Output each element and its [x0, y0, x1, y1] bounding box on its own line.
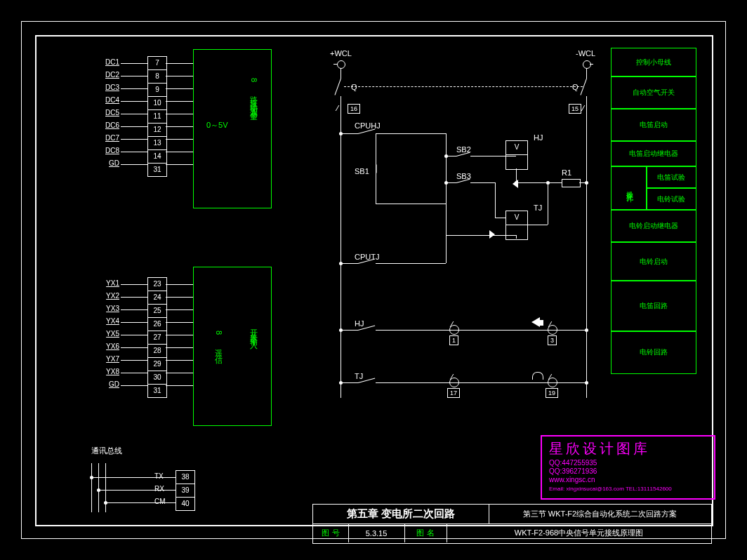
dc-pin: 14 [148, 150, 166, 164]
yx-label: YX4 [91, 317, 119, 325]
box15: 15 [569, 104, 581, 114]
dc-pin: 10 [148, 97, 166, 110]
comm-pin: 38 [176, 471, 194, 484]
legend-item: 电笛启动 [611, 108, 696, 142]
pos-bus-label: +WCL [330, 49, 352, 58]
neg-bus-label: -WCL [576, 49, 595, 58]
watermark-url: www.xingsc.cn [549, 476, 595, 484]
yx-label: YX3 [91, 305, 119, 312]
tj-contact: TJ [355, 372, 363, 380]
q-left: Q [351, 83, 357, 91]
block1-left-label: 0～5V [206, 120, 228, 131]
comm-label: TX [154, 472, 164, 480]
block2-right-label: 开关量输入 [249, 324, 259, 338]
yx-pin: 27 [148, 331, 166, 345]
hj-label: HJ [534, 133, 543, 142]
watermark-qq2: QQ:396271936 [549, 467, 597, 475]
yx-pin: 23 [148, 278, 166, 291]
section-title: 第三节 WKT-F2综合自动化系统二次回路方案 [489, 505, 711, 524]
yx-label: YX2 [91, 292, 119, 300]
dc-pin: 7 [148, 57, 166, 70]
comm-pin: 40 [176, 498, 194, 510]
q-right: Q [572, 83, 579, 91]
block-switch-input: 8 遥 信 开关量输入 [193, 267, 272, 426]
legend-item: 电笛回路 [611, 280, 696, 332]
yx-pin: 30 [148, 371, 166, 385]
dc-label: DC4 [91, 96, 119, 104]
dc-pin: 8 [148, 70, 166, 84]
title-block: 第五章 变电所二次回路 第三节 WKT-F2综合自动化系统二次回路方案 图 号 … [312, 504, 712, 544]
yx-label: GD [91, 380, 119, 388]
sb3-label: SB3 [456, 172, 471, 180]
figno: 5.3.15 [348, 524, 405, 542]
comm-label: RX [154, 485, 164, 493]
yx-pin: 31 [148, 385, 166, 397]
dc-pin: 13 [148, 137, 166, 150]
r1-label: R1 [562, 168, 571, 177]
sb1-label: SB1 [355, 167, 369, 175]
yx-pin: 29 [148, 358, 166, 371]
legend-item: 电铃回路 [611, 331, 696, 374]
yx-label: YX8 [91, 368, 119, 375]
chapter-title: 第五章 变电所二次回路 [313, 505, 489, 524]
legend-item: 电铃试验 [646, 187, 696, 211]
legend-item: 控制小母线 [611, 48, 696, 77]
yx-pin: 25 [148, 305, 166, 318]
yx-label: YX7 [91, 355, 119, 363]
watermark-qq1: QQ:447255935 [549, 459, 597, 467]
dc-pin: 12 [148, 124, 166, 137]
figno-label: 图 号 [313, 524, 349, 542]
watermark-email: Email: xingxinsucai@163.com TEL:13111542… [549, 486, 672, 492]
dc-label: DC2 [91, 71, 119, 79]
cpuhj-label: CPUHJ [355, 121, 381, 130]
relay-hj: V [505, 140, 528, 170]
cad-canvas: 789101112131431DC1DC2DC3DC4DC5DC6DC7DC8G… [0, 0, 747, 560]
dc-pin: 11 [148, 110, 166, 124]
comm-pin: 39 [176, 484, 194, 498]
dc-label: DC3 [91, 84, 119, 91]
yx-pin: 28 [148, 345, 166, 358]
sb2-label: SB2 [456, 145, 471, 154]
dc-label: DC6 [91, 121, 119, 129]
dc-label: DC1 [91, 58, 119, 66]
legend-item: 电铃启动 [611, 241, 696, 281]
comm-label: CM [154, 498, 166, 505]
tj-label: TJ [534, 204, 542, 212]
legend-item: 操作允许 [611, 166, 647, 211]
legend-item: 电笛试验 [646, 166, 696, 189]
resistor-r1 [562, 179, 581, 187]
block2-left-label: 8 遥 信 [213, 331, 224, 353]
yx-label: YX5 [91, 330, 119, 338]
yx-label: YX1 [91, 279, 119, 287]
comm-title: 通讯总线 [91, 446, 122, 456]
yx-pin: 26 [148, 318, 166, 331]
hj-contact: HJ [355, 319, 364, 328]
yx-label: YX6 [91, 342, 119, 350]
dc-label: DC5 [91, 109, 119, 116]
figname: WKT-F2-968中央信号单元接线原理图 [447, 524, 711, 542]
watermark-title: 星欣设计图库 [549, 439, 650, 458]
bell-icon [532, 372, 543, 380]
dc-label: GD [91, 159, 119, 167]
legend-item: 电笛启动继电器 [611, 140, 696, 167]
block1-right-label: 8 路直流输入测量 [249, 78, 259, 109]
dc-label: DC8 [91, 147, 119, 154]
block-dc-input: 0～5V 8 路直流输入测量 [193, 49, 272, 208]
yx-pin: 24 [148, 291, 166, 305]
box16: 16 [348, 104, 360, 114]
dc-pin: 9 [148, 84, 166, 97]
watermark-box: 星欣设计图库 QQ:447255935 QQ:396271936 www.xin… [541, 435, 715, 500]
cputj-label: CPUTJ [355, 253, 379, 261]
legend-item: 电铃启动继电器 [611, 209, 696, 243]
dc-pin: 31 [148, 164, 166, 176]
figname-label: 图 名 [404, 524, 447, 542]
legend-item: 自动空气开关 [611, 76, 696, 109]
dc-label: DC7 [91, 134, 119, 142]
